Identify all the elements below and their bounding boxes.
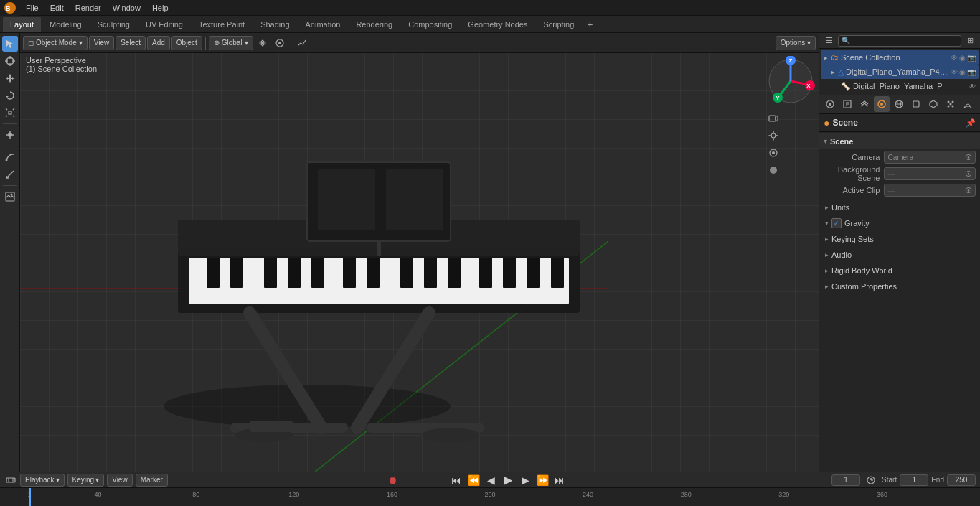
start-frame-field[interactable]: [900, 474, 928, 486]
physics-props-icon[interactable]: [960, 96, 976, 112]
timeline-playhead[interactable]: [29, 488, 31, 506]
menu-render[interactable]: Render: [70, 0, 107, 16]
gravity-checkbox[interactable]: ✓: [831, 218, 842, 228]
scene-section-arrow: ▾: [824, 137, 827, 145]
options-dropdown[interactable]: Options ▾: [776, 36, 816, 50]
item-visibility-icon[interactable]: 👁: [951, 68, 958, 76]
tab-modeling[interactable]: Modeling: [42, 17, 89, 32]
visibility-icon[interactable]: 👁: [951, 54, 958, 62]
tab-sculpting[interactable]: Sculpting: [90, 17, 137, 32]
menu-help[interactable]: Help: [146, 0, 174, 16]
outliner-search[interactable]: [838, 35, 961, 47]
audio-section[interactable]: ▸ Audio: [819, 247, 980, 263]
playback-dropdown[interactable]: Playback ▾: [20, 474, 65, 487]
tab-animation[interactable]: Animation: [298, 17, 348, 32]
bottom-timeline: Playback ▾ Keying ▾ View Marker ⏺ ⏮ ⏪ ◀ …: [0, 472, 980, 506]
output-props-icon[interactable]: [839, 96, 855, 112]
item-viewport-icon[interactable]: ◉: [959, 68, 966, 76]
add-menu[interactable]: Add: [147, 36, 170, 50]
particle-props-icon[interactable]: [943, 96, 958, 112]
outliner-piano-child-item[interactable]: 🦴 Digital_Piano_Yamaha_P 👁: [821, 79, 979, 93]
timeline-track[interactable]: 1 40 80 120 160 200 240 280 320 360: [0, 488, 980, 506]
scene-section-header[interactable]: ▾ Scene: [819, 133, 980, 149]
tab-texture-paint[interactable]: Texture Paint: [192, 17, 252, 32]
world-props-icon[interactable]: [891, 96, 907, 112]
menu-file[interactable]: File: [20, 0, 44, 16]
outliner-filter-button[interactable]: ⊞: [963, 34, 977, 47]
transform-tool-button[interactable]: [2, 127, 18, 143]
cursor-tool-button[interactable]: [2, 53, 18, 69]
jump-to-start-button[interactable]: ⏮: [449, 474, 463, 486]
next-keyframe-button[interactable]: ⏩: [535, 474, 550, 486]
scene-props-icon[interactable]: [874, 96, 890, 112]
tab-geometry-nodes[interactable]: Geometry Nodes: [461, 17, 534, 32]
menu-window[interactable]: Window: [107, 0, 146, 16]
end-frame-field[interactable]: [947, 474, 976, 486]
marker-dropdown[interactable]: Marker: [136, 474, 168, 487]
units-section[interactable]: ▸ Units: [819, 200, 980, 215]
proportional-edit-button[interactable]: [272, 35, 288, 51]
play-button[interactable]: ▶: [501, 473, 515, 487]
active-clip-picker-icon[interactable]: ⦿: [965, 187, 972, 195]
annotate-tool-button[interactable]: [2, 149, 18, 165]
transform-dropdown[interactable]: ⊕ Global ▾: [209, 36, 253, 50]
current-frame-field[interactable]: [831, 474, 860, 486]
select-menu[interactable]: Select: [116, 36, 146, 50]
render-props-icon[interactable]: [822, 96, 838, 112]
add-workspace-button[interactable]: +: [583, 19, 597, 30]
keying-sets-section[interactable]: ▸ Keying Sets: [819, 231, 980, 247]
jump-to-end-button[interactable]: ⏭: [552, 474, 567, 486]
rotate-tool-button[interactable]: [2, 88, 18, 103]
custom-props-section[interactable]: ▸ Custom Properties: [819, 278, 980, 294]
move-tool-button[interactable]: [2, 70, 18, 86]
view-menu[interactable]: View: [89, 36, 115, 50]
svg-line-9: [13, 108, 14, 110]
outliner-menu-button[interactable]: ☰: [822, 34, 837, 47]
tab-layout[interactable]: Layout: [3, 17, 41, 32]
viewport-3d[interactable]: ◻ Object Mode ▾ View Select Add Object: [20, 33, 819, 472]
camera-picker-icon[interactable]: ⦿: [965, 154, 972, 161]
background-scene-value[interactable]: — ⦿: [884, 167, 976, 180]
modifier-props-icon[interactable]: [925, 96, 941, 112]
prev-frame-button[interactable]: ◀: [484, 474, 498, 486]
pan-view-button[interactable]: [765, 128, 781, 144]
piano-item-label: Digital_Piano_Yamaha_P45_S: [846, 67, 951, 76]
rigid-body-section[interactable]: ▸ Rigid Body World: [819, 263, 980, 278]
render-preview-button[interactable]: [765, 145, 781, 161]
outliner-scene-collection[interactable]: ▸ 🗂 Scene Collection 👁 ◉ 📷: [821, 50, 979, 65]
child-visibility-icon[interactable]: 👁: [969, 83, 976, 90]
pin-button[interactable]: 📌: [966, 118, 976, 128]
record-button[interactable]: ⏺: [385, 474, 400, 486]
next-frame-button[interactable]: ▶: [518, 474, 532, 486]
camera-value[interactable]: Camera ⦿: [884, 151, 976, 164]
background-scene-picker-icon[interactable]: ⦿: [965, 170, 972, 178]
menu-edit[interactable]: Edit: [44, 0, 70, 16]
keying-dropdown[interactable]: Keying ▾: [67, 474, 105, 487]
tab-rendering[interactable]: Rendering: [349, 17, 400, 32]
render-icon[interactable]: 📷: [967, 54, 976, 62]
gravity-section[interactable]: ▾ ✓ Gravity: [819, 215, 980, 231]
outliner-piano-item[interactable]: ▸ △ Digital_Piano_Yamaha_P45_S 👁 ◉ 📷: [821, 65, 979, 79]
camera-view-button[interactable]: [765, 111, 781, 126]
add-object-button[interactable]: [2, 189, 18, 205]
timeline-view-dropdown[interactable]: View: [107, 474, 133, 487]
tab-compositing[interactable]: Compositing: [401, 17, 459, 32]
object-menu[interactable]: Object: [171, 36, 202, 50]
prev-keyframe-button[interactable]: ⏪: [466, 474, 481, 486]
active-clip-value[interactable]: — ⦿: [884, 184, 976, 197]
object-props-icon[interactable]: [908, 96, 924, 112]
viewport-shading-solid[interactable]: [765, 162, 781, 178]
measure-tool-button[interactable]: [2, 167, 18, 182]
snap-toggle-button[interactable]: [255, 35, 270, 51]
object-mode-dropdown[interactable]: ◻ Object Mode ▾: [23, 36, 88, 50]
viewport-icon[interactable]: ◉: [959, 54, 966, 62]
scale-tool-button[interactable]: [2, 105, 18, 121]
tab-shading[interactable]: Shading: [253, 17, 296, 32]
select-tool-button[interactable]: [2, 36, 18, 52]
view-layer-props-icon[interactable]: [857, 96, 872, 112]
graph-editor-button[interactable]: [294, 35, 310, 51]
viewport-gizmo[interactable]: X Y Z: [765, 56, 816, 106]
tab-scripting[interactable]: Scripting: [536, 17, 581, 32]
item-render-icon[interactable]: 📷: [967, 68, 976, 76]
tab-uv-editing[interactable]: UV Editing: [138, 17, 190, 32]
